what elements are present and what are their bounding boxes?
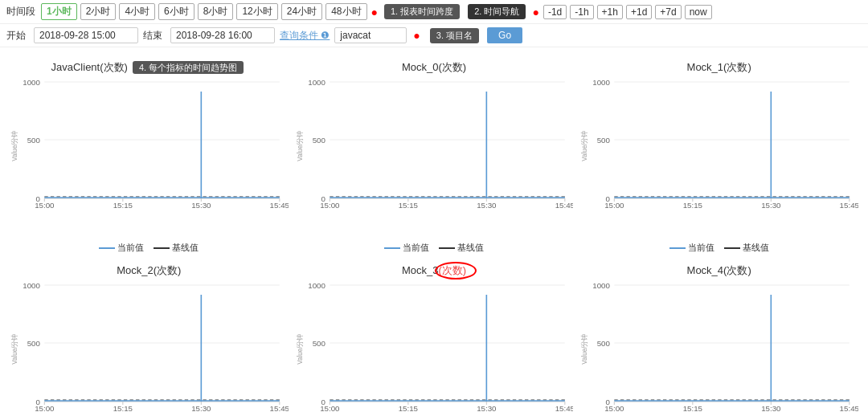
legend-current-line [384, 247, 400, 249]
go-button[interactable]: Go [487, 27, 522, 43]
svg-text:15:30: 15:30 [761, 202, 780, 210]
svg-text:15:00: 15:00 [604, 202, 624, 210]
svg-text:500: 500 [312, 340, 325, 348]
project-input[interactable] [334, 27, 407, 43]
toolbar-row: 时间段 1小时 2小时 4小时 6小时 8小时 12小时 24小时 48小时 ●… [0, 0, 868, 24]
legend-current-label: 当前值 [688, 242, 714, 254]
svg-text:1000: 1000 [23, 282, 40, 290]
tooltip-timespan: 1. 报表时间跨度 [384, 4, 460, 19]
chart-svg-1: 10005000Value/分钟15:0015:1515:3015:45 [295, 78, 574, 214]
svg-text:Value/分钟: Value/分钟 [580, 334, 588, 364]
query-condition-link[interactable]: 查询条件 ❶ [280, 29, 330, 43]
svg-text:500: 500 [312, 137, 325, 145]
svg-text:1000: 1000 [23, 79, 40, 87]
chart-title-3: Mock_2(次数) [10, 263, 289, 278]
end-input[interactable] [170, 27, 275, 43]
chart-area-2: 10005000Value/分钟15:0015:1515:3015:45 [579, 78, 858, 239]
legend-baseline-label: 基线值 [743, 242, 769, 254]
chart-legend-0: 当前值 基线值 [10, 242, 289, 254]
svg-text:Value/分钟: Value/分钟 [295, 131, 303, 161]
svg-text:15:00: 15:00 [320, 405, 339, 412]
red-dot-3: ● [413, 29, 420, 42]
chart-cell-3: Mock_2(次数)10005000Value/分钟15:0015:1515:3… [6, 257, 292, 412]
svg-text:15:00: 15:00 [35, 202, 54, 210]
svg-text:15:30: 15:30 [477, 405, 496, 412]
chart-cell-5: Mock_4(次数)10005000Value/分钟15:0015:1515:3… [576, 257, 862, 412]
start-input[interactable] [34, 27, 138, 43]
time-btn-8h[interactable]: 8小时 [198, 3, 234, 20]
time-btn-24h[interactable]: 24小时 [281, 3, 322, 20]
svg-text:15:15: 15:15 [113, 405, 133, 412]
chart-cell-1: Mock_0(次数)10005000Value/分钟15:0015:1515:3… [292, 54, 577, 257]
chart-legend-2: 当前值 基线值 [579, 242, 858, 254]
svg-text:1000: 1000 [308, 282, 326, 290]
red-dot-2: ● [532, 6, 538, 18]
svg-text:Value/分钟: Value/分钟 [10, 334, 18, 364]
svg-text:15:15: 15:15 [398, 202, 417, 210]
svg-text:15:30: 15:30 [761, 405, 780, 412]
svg-text:15:30: 15:30 [191, 202, 211, 210]
svg-text:15:30: 15:30 [191, 405, 211, 412]
svg-text:15:15: 15:15 [683, 202, 702, 210]
legend-baseline-label: 基线值 [457, 242, 484, 254]
chart-svg-5: 10005000Value/分钟15:0015:1515:3015:45 [579, 281, 858, 412]
time-btn-6h[interactable]: 6小时 [158, 3, 194, 20]
chart-cell-4: Mock_3(次数)10005000Value/分钟15:0015:1515:3… [292, 257, 577, 412]
chart-title-0: JavaClient(次数)4. 每个指标的时间趋势图 [10, 60, 289, 75]
legend-baseline-line [439, 247, 455, 249]
legend-baseline: 基线值 [724, 242, 769, 254]
svg-text:1000: 1000 [593, 282, 611, 290]
chart-cell-2: Mock_1(次数)10005000Value/分钟15:0015:1515:3… [576, 54, 862, 257]
legend-baseline: 基线值 [154, 242, 199, 254]
chart-svg-3: 10005000Value/分钟15:0015:1515:3015:45 [10, 281, 289, 412]
legend-baseline: 基线值 [439, 242, 484, 254]
time-period-label: 时间段 [6, 5, 35, 18]
svg-text:15:45: 15:45 [840, 405, 858, 412]
tooltip-chart-hint: 4. 每个指标的时间趋势图 [133, 61, 244, 74]
query-row: 开始 结束 查询条件 ❶ ● 3. 项目名 Go [0, 24, 868, 47]
legend-current: 当前值 [99, 242, 144, 254]
chart-area-1: 10005000Value/分钟15:0015:1515:3015:45 [295, 78, 574, 239]
svg-text:15:00: 15:00 [320, 202, 339, 210]
chart-svg-2: 10005000Value/分钟15:0015:1515:3015:45 [579, 78, 858, 214]
legend-current-label: 当前值 [403, 242, 429, 254]
svg-text:Value/分钟: Value/分钟 [10, 131, 18, 161]
end-label: 结束 [143, 29, 162, 43]
legend-current-line [669, 247, 686, 249]
nav-btn-minus1d[interactable]: -1d [543, 5, 567, 19]
legend-current-line [99, 247, 115, 249]
chart-area-3: 10005000Value/分钟15:0015:1515:3015:45 [10, 281, 289, 412]
legend-baseline-line [154, 247, 170, 249]
chart-area-5: 10005000Value/分钟15:0015:1515:3015:45 [579, 281, 858, 412]
svg-text:500: 500 [27, 137, 40, 145]
time-btn-1h[interactable]: 1小时 [41, 3, 77, 20]
nav-btn-now[interactable]: now [685, 5, 712, 19]
svg-text:15:00: 15:00 [35, 405, 54, 412]
nav-btn-plus1h[interactable]: +1h [597, 5, 623, 19]
chart-title-4: Mock_3(次数) [295, 263, 574, 278]
svg-text:15:45: 15:45 [270, 202, 289, 210]
svg-text:15:45: 15:45 [840, 202, 858, 210]
nav-btn-plus1d[interactable]: +1d [626, 5, 652, 19]
time-btn-4h[interactable]: 4小时 [119, 3, 155, 20]
chart-title-5: Mock_4(次数) [579, 263, 858, 278]
svg-text:15:30: 15:30 [477, 202, 496, 210]
chart-title-2: Mock_1(次数) [579, 60, 858, 75]
svg-text:15:00: 15:00 [604, 405, 624, 412]
chart-area-4: 10005000Value/分钟15:0015:1515:3015:45 [295, 281, 574, 412]
svg-text:15:45: 15:45 [555, 405, 573, 412]
nav-btn-plus7d[interactable]: +7d [655, 5, 681, 19]
svg-text:500: 500 [27, 340, 40, 348]
chart-legend-1: 当前值 基线值 [295, 242, 574, 254]
time-btn-48h[interactable]: 48小时 [326, 3, 366, 20]
legend-baseline-label: 基线值 [172, 242, 199, 254]
time-btn-12h[interactable]: 12小时 [236, 3, 277, 20]
red-dot-1: ● [371, 6, 378, 18]
svg-text:15:45: 15:45 [555, 202, 573, 210]
time-btn-2h[interactable]: 2小时 [80, 3, 117, 20]
chart-cell-0: JavaClient(次数)4. 每个指标的时间趋势图10005000Value… [6, 54, 292, 257]
chart-svg-0: 10005000Value/分钟15:0015:1515:3015:45 [10, 78, 289, 214]
svg-text:Value/分钟: Value/分钟 [580, 131, 588, 161]
nav-btn-minus1h[interactable]: -1h [570, 5, 593, 19]
start-label: 开始 [6, 29, 26, 43]
